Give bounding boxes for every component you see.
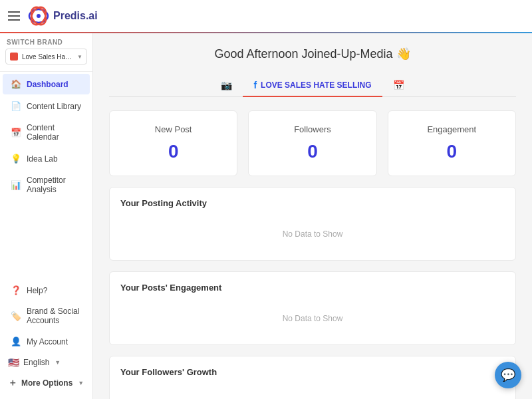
stat-card-followers: Followers 0: [248, 110, 376, 176]
stat-card-engagement: Engagement 0: [388, 110, 516, 176]
stat-card-new-post: New Post 0: [109, 110, 237, 176]
tab-facebook[interactable]: f LOVE SALES HATE SELLING: [243, 74, 382, 97]
stat-value-engagement: 0: [399, 141, 505, 162]
sidebar-item-dashboard[interactable]: 🏠 Dashboard: [3, 74, 90, 94]
posts-engagement-title: Your Posts' Engagement: [120, 283, 505, 293]
sidebar-item-label: Competitor Analysis: [27, 176, 82, 194]
language-label: English: [23, 358, 49, 367]
calendar-icon: 📅: [393, 80, 404, 90]
tab-calendar[interactable]: 📅: [382, 74, 415, 97]
posts-engagement-no-data: No Data to Show: [120, 303, 505, 334]
posts-engagement-card: Your Posts' Engagement No Data to Show: [109, 271, 516, 345]
posting-activity-title: Your Posting Activity: [120, 198, 505, 208]
brand-color-dot: [10, 53, 18, 61]
stat-value-new-post: 0: [120, 141, 226, 162]
more-options-chevron-icon: ▼: [78, 380, 84, 386]
chat-button[interactable]: 💬: [495, 362, 521, 388]
stat-label-new-post: New Post: [120, 124, 226, 134]
brand-social-icon: 🏷️: [11, 311, 21, 321]
sidebar-item-label: Dashboard: [27, 80, 68, 89]
brand-chevron-icon: ▼: [77, 54, 82, 60]
sidebar-item-help[interactable]: ❓ Help?: [3, 280, 90, 301]
posting-activity-no-data: No Data to Show: [120, 219, 505, 249]
sidebar-item-content-calendar[interactable]: 📅 Content Calendar: [3, 118, 90, 147]
logo-text: Predis.ai: [53, 10, 98, 22]
posting-activity-card: Your Posting Activity No Data to Show: [109, 187, 516, 261]
followers-growth-card: Your Followers' Growth No Data to Show: [109, 356, 516, 399]
brand-name: Love Sales Hate Sell...: [22, 53, 73, 61]
sidebar-divider: [0, 71, 92, 72]
my-account-icon: 👤: [11, 336, 21, 346]
sidebar-item-label: Brand & Social Accounts: [27, 307, 82, 325]
brand-selector[interactable]: Love Sales Hate Sell... ▼: [5, 49, 87, 65]
language-selector[interactable]: 🇺🇸 English ▼: [0, 352, 92, 372]
stat-value-followers: 0: [259, 141, 365, 162]
sidebar-item-idea-lab[interactable]: 💡 Idea Lab: [3, 148, 90, 169]
sidebar-item-competitor-analysis[interactable]: 📊 Competitor Analysis: [3, 170, 90, 200]
facebook-icon: f: [253, 80, 257, 90]
idea-lab-icon: 💡: [11, 154, 21, 164]
logo: Predis.ai: [28, 5, 98, 27]
dashboard-icon: 🏠: [11, 79, 21, 89]
help-icon: ❓: [11, 285, 21, 295]
sidebar: Switch Brand Love Sales Hate Sell... ▼ 🏠…: [0, 33, 93, 399]
sidebar-item-label: Help?: [27, 286, 47, 295]
sidebar-item-label: Idea Lab: [27, 154, 58, 164]
more-options[interactable]: ＋ More Options ▼: [0, 372, 92, 394]
sidebar-item-label: Content Calendar: [27, 123, 82, 142]
stats-row: New Post 0 Followers 0 Engagement 0: [109, 110, 516, 176]
tab-instagram[interactable]: 📷: [210, 74, 243, 97]
chat-icon: 💬: [501, 368, 515, 382]
more-options-label: More Options: [21, 378, 72, 388]
stat-label-followers: Followers: [259, 124, 365, 134]
sidebar-item-my-account[interactable]: 👤 My Account: [3, 331, 90, 352]
svg-point-3: [37, 14, 41, 18]
page-title: Good Afternoon Joined-Up-Media 👋: [109, 47, 516, 61]
top-nav: Predis.ai: [0, 0, 532, 33]
instagram-icon: 📷: [221, 80, 232, 90]
followers-growth-title: Your Followers' Growth: [120, 367, 505, 377]
stat-label-engagement: Engagement: [399, 124, 505, 134]
followers-growth-no-data: No Data to Show: [120, 388, 505, 399]
sidebar-item-label: My Account: [27, 337, 68, 346]
switch-brand-label: Switch Brand: [0, 33, 92, 49]
content-library-icon: 📄: [11, 101, 21, 111]
hamburger-menu[interactable]: [8, 11, 20, 21]
tab-facebook-label: LOVE SALES HATE SELLING: [261, 80, 371, 90]
plus-icon: ＋: [8, 377, 17, 389]
main-content: Good Afternoon Joined-Up-Media 👋 📷 f LOV…: [93, 33, 532, 399]
sidebar-item-label: Content Library: [27, 102, 81, 111]
platform-tabs: 📷 f LOVE SALES HATE SELLING 📅: [109, 74, 516, 97]
content-calendar-icon: 📅: [11, 128, 21, 138]
flag-icon: 🇺🇸: [8, 357, 19, 368]
sidebar-item-content-library[interactable]: 📄 Content Library: [3, 96, 90, 116]
competitor-analysis-icon: 📊: [11, 180, 21, 190]
predis-logo-icon: [28, 5, 49, 27]
sidebar-item-brand-social[interactable]: 🏷️ Brand & Social Accounts: [3, 301, 90, 331]
language-chevron-icon: ▼: [55, 359, 61, 366]
